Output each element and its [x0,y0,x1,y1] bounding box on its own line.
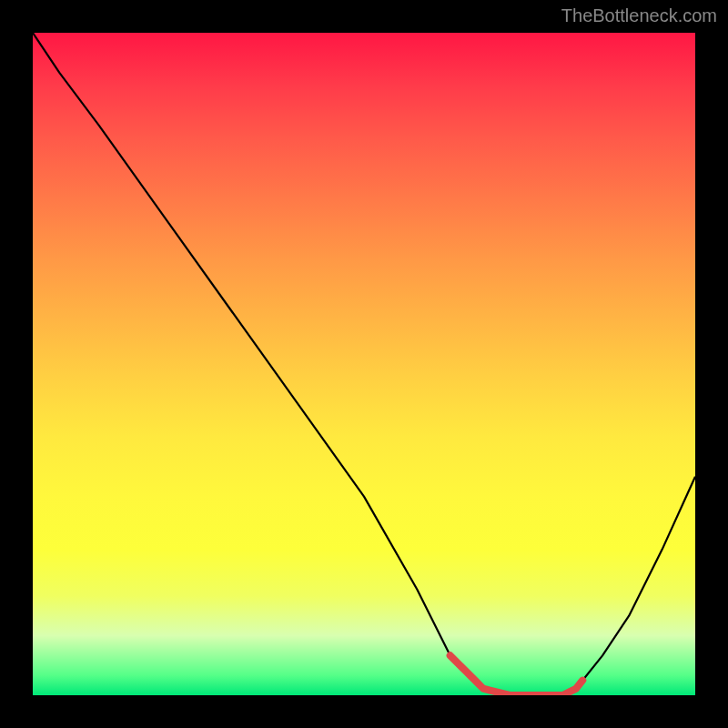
watermark-text: TheBottleneck.com [561,5,717,26]
bottleneck-curve-path [33,33,695,695]
plot-area [33,33,695,695]
flat-segment-highlight [450,655,583,695]
curve-svg [33,33,695,695]
